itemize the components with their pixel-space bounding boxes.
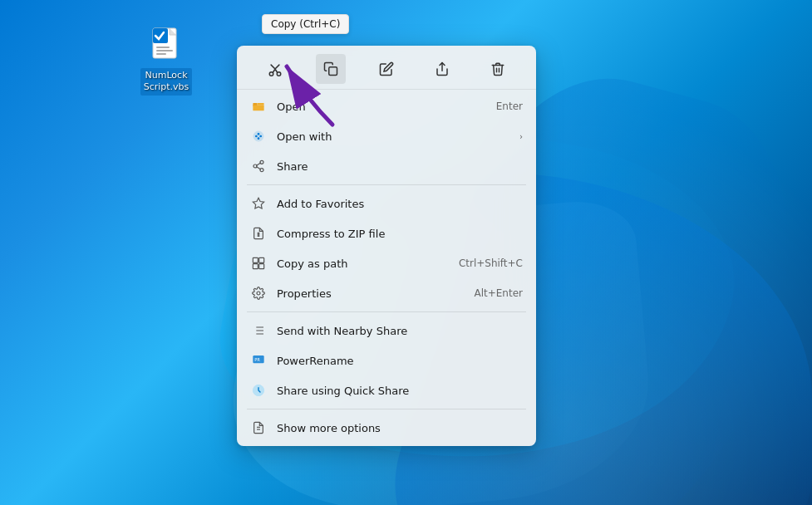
copy-tooltip: Copy (Ctrl+C) <box>262 14 349 34</box>
rename-button[interactable] <box>372 54 401 84</box>
svg-rect-2 <box>156 47 170 48</box>
svg-point-18 <box>253 164 257 168</box>
add-favorites-label: Add to Favorites <box>277 198 523 210</box>
svg-rect-7 <box>329 67 337 76</box>
open-shortcut: Enter <box>496 101 523 112</box>
icon-label: NumLock Script.vbs <box>140 68 193 96</box>
compress-zip-label: Compress to ZIP file <box>277 228 523 240</box>
star-icon <box>250 195 267 212</box>
menu-item-more-options[interactable]: Show more options <box>237 413 536 443</box>
menu-item-open[interactable]: Open Enter <box>237 91 536 121</box>
zip-icon <box>250 225 267 242</box>
svg-rect-31 <box>253 264 258 269</box>
cut-button[interactable] <box>260 54 290 84</box>
quick-share-icon <box>250 382 267 399</box>
open-with-icon <box>250 128 267 145</box>
svg-marker-22 <box>253 198 263 208</box>
svg-rect-32 <box>259 264 264 269</box>
share-menu-icon <box>250 158 267 174</box>
svg-rect-4 <box>156 53 166 55</box>
menu-item-copy-path[interactable]: Copy as path Ctrl+Shift+C <box>237 248 536 278</box>
power-rename-label: PowerRename <box>277 355 523 367</box>
svg-rect-30 <box>259 257 264 262</box>
svg-point-14 <box>259 135 262 138</box>
svg-line-20 <box>257 163 261 165</box>
file-icon <box>146 25 186 65</box>
copy-path-label: Copy as path <box>277 257 442 270</box>
more-options-label: Show more options <box>277 422 523 434</box>
separator-1 <box>247 184 526 185</box>
share-quick-button[interactable] <box>427 54 457 84</box>
menu-item-add-favorites[interactable]: Add to Favorites <box>237 189 536 218</box>
svg-point-16 <box>258 137 260 140</box>
svg-point-6 <box>277 72 281 76</box>
separator-2 <box>247 311 526 312</box>
svg-point-15 <box>258 133 260 135</box>
desktop-icon[interactable]: NumLock Script.vbs <box>133 25 199 96</box>
power-rename-icon: PR <box>250 352 267 369</box>
copy-button[interactable] <box>316 54 346 84</box>
svg-rect-11 <box>258 103 264 105</box>
menu-item-open-with[interactable]: Open with › <box>237 121 536 151</box>
nearby-share-icon <box>250 322 267 339</box>
properties-shortcut: Alt+Enter <box>474 287 523 299</box>
copy-path-icon <box>250 255 267 272</box>
svg-line-21 <box>257 167 261 169</box>
quick-share-label: Share using Quick Share <box>277 385 523 397</box>
delete-button[interactable] <box>483 54 513 84</box>
svg-rect-3 <box>156 50 173 51</box>
menu-item-share[interactable]: Share <box>237 151 536 181</box>
context-menu: Copy (Ctrl+C) <box>237 46 536 446</box>
properties-label: Properties <box>277 287 457 300</box>
menu-item-quick-share[interactable]: Share using Quick Share <box>237 375 536 405</box>
open-label: Open <box>277 101 480 113</box>
svg-point-5 <box>269 72 273 76</box>
menu-item-compress-zip[interactable]: Compress to ZIP file <box>237 218 536 248</box>
svg-rect-10 <box>253 105 263 111</box>
menu-item-nearby-share[interactable]: Send with Nearby Share <box>237 316 536 346</box>
svg-point-12 <box>253 131 263 141</box>
svg-point-13 <box>255 135 258 138</box>
svg-rect-29 <box>253 257 258 262</box>
open-icon <box>250 98 267 115</box>
svg-point-19 <box>260 169 263 172</box>
svg-point-17 <box>260 160 263 164</box>
quick-actions-bar <box>237 49 536 90</box>
svg-point-33 <box>257 292 260 295</box>
nearby-share-label: Send with Nearby Share <box>277 325 523 337</box>
share-label: Share <box>277 160 523 173</box>
menu-item-properties[interactable]: Properties Alt+Enter <box>237 278 536 308</box>
properties-icon <box>250 285 267 302</box>
copy-path-shortcut: Ctrl+Shift+C <box>459 257 523 269</box>
svg-text:PR: PR <box>254 357 260 362</box>
open-with-arrow: › <box>519 132 523 141</box>
menu-item-power-rename[interactable]: PR PowerRename <box>237 346 536 375</box>
open-with-label: Open with <box>277 130 516 143</box>
more-options-icon <box>250 419 267 436</box>
separator-3 <box>247 409 526 409</box>
